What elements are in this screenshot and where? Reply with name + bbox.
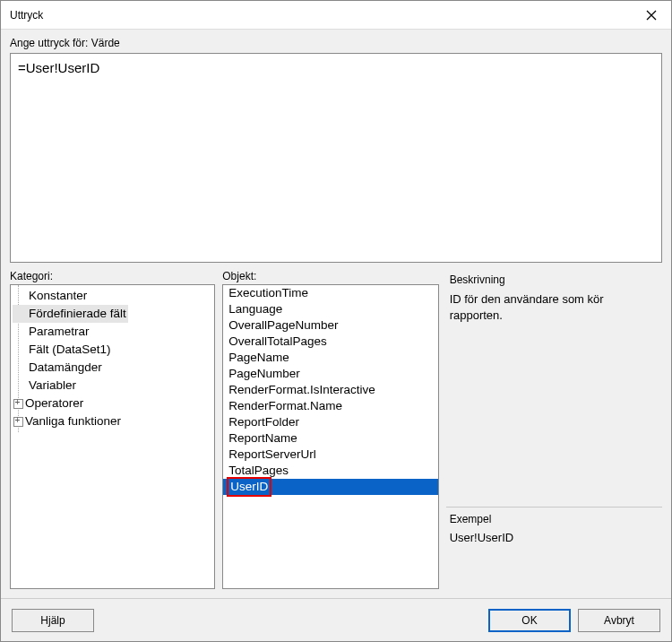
close-button[interactable] bbox=[631, 1, 671, 30]
close-icon bbox=[646, 10, 657, 21]
object-item[interactable]: Language bbox=[223, 301, 437, 317]
object-label: Objekt: bbox=[222, 270, 438, 282]
window-title: Uttryck bbox=[10, 9, 43, 22]
category-item[interactable]: Konstanter bbox=[13, 287, 212, 305]
object-item[interactable]: OverallTotalPages bbox=[223, 334, 437, 350]
object-item[interactable]: RenderFormat.Name bbox=[223, 398, 437, 414]
category-item[interactable]: Operatorer bbox=[13, 395, 212, 412]
object-panel: Objekt: ExecutionTimeLanguageOverallPage… bbox=[222, 270, 438, 589]
info-panel: Beskrivning ID för den användare som kör… bbox=[446, 270, 662, 589]
category-list[interactable]: KonstanterFördefinierade fältParametrarF… bbox=[10, 284, 215, 589]
object-list[interactable]: ExecutionTimeLanguageOverallPageNumberOv… bbox=[222, 284, 438, 589]
category-panel: Kategori: KonstanterFördefinierade fältP… bbox=[10, 270, 215, 589]
dialog-content: Ange uttryck för: Värde Kategori: Konsta… bbox=[1, 30, 671, 598]
category-item[interactable]: Variabler bbox=[13, 377, 212, 395]
object-item[interactable]: ReportFolder bbox=[223, 414, 437, 430]
panels-row: Kategori: KonstanterFördefinierade fältP… bbox=[10, 270, 662, 589]
object-item[interactable]: ReportName bbox=[223, 430, 437, 447]
object-item[interactable]: ExecutionTime bbox=[223, 285, 437, 301]
example-block: Exempel User!UserID bbox=[450, 513, 662, 589]
description-block: Beskrivning ID för den användare som kör… bbox=[450, 273, 662, 323]
category-label: Kategori: bbox=[10, 270, 215, 282]
category-item[interactable]: Datamängder bbox=[13, 359, 212, 377]
help-button[interactable]: Hjälp bbox=[12, 609, 94, 632]
object-item[interactable]: PageName bbox=[223, 350, 437, 366]
category-item[interactable]: Parametrar bbox=[13, 323, 212, 341]
titlebar: Uttryck bbox=[1, 1, 671, 30]
object-item[interactable]: UserID bbox=[223, 479, 437, 495]
expression-input[interactable] bbox=[10, 53, 662, 263]
category-item[interactable]: Fält (DataSet1) bbox=[13, 341, 212, 359]
expression-label: Ange uttryck för: Värde bbox=[10, 37, 662, 49]
object-item[interactable]: TotalPages bbox=[223, 463, 437, 479]
cancel-button[interactable]: Avbryt bbox=[578, 609, 660, 632]
separator bbox=[446, 507, 662, 508]
description-text: ID för den användare som kör rapporten. bbox=[450, 291, 662, 323]
dialog-footer: Hjälp OK Avbryt bbox=[1, 598, 671, 641]
object-item[interactable]: RenderFormat.IsInteractive bbox=[223, 382, 437, 398]
ok-button[interactable]: OK bbox=[488, 609, 571, 632]
example-text: User!UserID bbox=[450, 531, 662, 589]
description-label: Beskrivning bbox=[450, 273, 662, 286]
example-label: Exempel bbox=[450, 513, 662, 525]
category-item[interactable]: Fördefinierade fält bbox=[13, 305, 128, 323]
expression-dialog: Uttryck Ange uttryck för: Värde Kategori… bbox=[0, 0, 672, 642]
object-item[interactable]: OverallPageNumber bbox=[223, 317, 437, 334]
object-item[interactable]: PageNumber bbox=[223, 366, 437, 382]
category-item[interactable]: Vanliga funktioner bbox=[13, 412, 212, 430]
object-item[interactable]: ReportServerUrl bbox=[223, 447, 437, 463]
